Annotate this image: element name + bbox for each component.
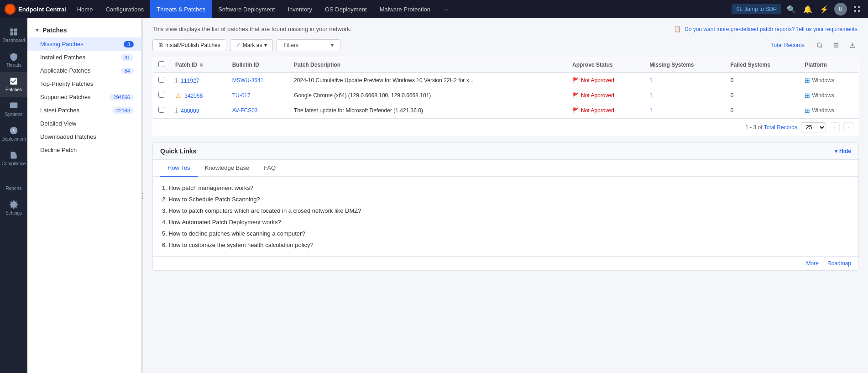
sidebar-item-patches[interactable]: Patches xyxy=(0,72,27,97)
patch-id-link[interactable]: 342058 xyxy=(184,93,203,99)
filters-button[interactable]: Filters ▾ xyxy=(277,39,340,51)
sidebar-item-threats[interactable]: Threats xyxy=(0,47,27,72)
sidebar-item-decline-patch[interactable]: Decline Patch xyxy=(27,143,141,157)
sidebar-item-compliance[interactable]: Compliance xyxy=(0,146,27,171)
missing-systems-header[interactable]: Missing Systems xyxy=(644,58,725,73)
row-checkbox[interactable] xyxy=(158,92,164,98)
table-search-icon[interactable] xyxy=(813,39,826,52)
how-to-item-3[interactable]: 3. How to patch computers which are loca… xyxy=(162,205,849,216)
bulletin-id-link[interactable]: MSWU-3641 xyxy=(232,77,264,84)
bulletin-id-header[interactable]: Bulletin ID xyxy=(227,58,288,73)
report-link-container: 📋 Do you want more pre-defined patch rep… xyxy=(674,26,859,32)
tab-how-tos[interactable]: How Tos xyxy=(160,160,198,177)
nav-threats-patches[interactable]: Threats & Patches xyxy=(150,0,212,18)
chevron-down-icon: ▾ xyxy=(835,148,837,154)
bulletin-id-link[interactable]: AV-FCS03 xyxy=(232,107,258,114)
sidebar-item-detailed-view[interactable]: Detailed View xyxy=(27,117,141,130)
install-publish-button[interactable]: ⊞ Install/Publish Patches xyxy=(152,39,226,51)
patch-id-link[interactable]: 400009 xyxy=(181,108,199,114)
app-name: Endpoint Central xyxy=(18,6,66,13)
how-to-item-6[interactable]: 6. How to customize the system health ca… xyxy=(162,239,849,251)
how-to-item-1[interactable]: 1. How patch management works? xyxy=(162,182,849,194)
sidebar-item-dashboard[interactable]: Dashboard xyxy=(0,23,27,47)
total-records-link[interactable]: Total Records xyxy=(771,42,805,48)
sidebar-item-latest-patches[interactable]: Latest Patches 22188 xyxy=(27,104,141,117)
svg-rect-2 xyxy=(858,6,860,8)
bulletin-id-link[interactable]: TU-017 xyxy=(232,92,251,99)
hide-quick-links-button[interactable]: ▾ how-tos Hide xyxy=(835,148,851,154)
more-link[interactable]: More xyxy=(806,260,819,267)
failed-systems-header[interactable]: Failed Systems xyxy=(725,58,799,73)
how-to-item-5[interactable]: 5. How to decline patches while scanning… xyxy=(162,228,849,239)
chevron-down-icon: ▼ xyxy=(35,27,40,33)
column-layout-icon[interactable] xyxy=(830,39,842,52)
nav-malware-protection[interactable]: Malware Protection xyxy=(373,0,437,18)
platform-header[interactable]: Platform xyxy=(799,58,858,73)
app-logo[interactable]: Endpoint Central xyxy=(5,4,66,15)
select-all-checkbox[interactable] xyxy=(158,61,164,67)
sidebar-item-applicable-patches[interactable]: Applicable Patches 84 xyxy=(27,64,141,77)
notifications-icon[interactable]: 🔔 xyxy=(801,3,814,16)
user-avatar[interactable]: U xyxy=(834,3,847,16)
not-approved-status: 🚩 Not Approved xyxy=(572,77,638,84)
nav-inventory[interactable]: Inventory xyxy=(281,0,318,18)
patch-description-header[interactable]: Patch Description xyxy=(288,58,567,73)
not-approved-status: 🚩 Not Approved xyxy=(572,107,638,114)
pagination-bar: 1 - 3 of Total Records 25 50 100 ‹ › xyxy=(152,118,859,136)
sidebar-item-missing-patches[interactable]: Missing Patches 3 xyxy=(27,37,141,51)
quick-links-tabs: How Tos Knowledge Base FAQ xyxy=(153,160,858,177)
report-link[interactable]: Do you want more pre-defined patch repor… xyxy=(685,26,859,32)
sidebar-item-top-priority-patches[interactable]: Top-Priority Patches xyxy=(27,77,141,90)
nav-more[interactable]: ··· xyxy=(437,0,455,18)
sidebar-item-installed-patches[interactable]: Installed Patches 81 xyxy=(27,51,141,64)
missing-systems-cell: 1 xyxy=(644,88,725,103)
row-checkbox[interactable] xyxy=(158,107,164,113)
sort-icon: ⇅ xyxy=(199,63,203,68)
missing-count-link[interactable]: 1 xyxy=(649,92,653,99)
table-row: ℹ 111927 MSWU-3641 2024-10 Cumulative Up… xyxy=(153,73,859,88)
sidebar-item-supported-patches[interactable]: Supported Patches 294866 xyxy=(27,90,141,104)
sidebar-item-deployment[interactable]: Deployment xyxy=(0,121,27,146)
missing-systems-cell: 1 xyxy=(644,73,725,88)
svg-rect-14 xyxy=(834,47,839,47)
patch-id-header[interactable]: Patch ID ⇅ xyxy=(170,58,227,73)
mark-as-button[interactable]: ✓ Mark as ▾ xyxy=(230,39,273,51)
next-page-button[interactable]: › xyxy=(843,122,853,132)
installed-patches-badge: 81 xyxy=(121,54,134,61)
nav-software-deployment[interactable]: Software Deployment xyxy=(212,0,281,18)
apps-grid-icon[interactable] xyxy=(851,3,863,16)
sidebar-item-reports[interactable]: Reports xyxy=(0,171,27,195)
main-layout: Dashboard Threats Patches Systems Deploy… xyxy=(0,18,868,373)
nav-right-section: SL Jump to SDP 🔍 🔔 ⚡ U xyxy=(732,3,863,16)
sidebar-resize-handle[interactable] xyxy=(141,18,143,373)
search-icon[interactable]: 🔍 xyxy=(785,3,798,16)
patch-id-link[interactable]: 111927 xyxy=(181,78,199,84)
sidebar-item-downloaded-patches[interactable]: Downloaded Patches xyxy=(27,130,141,143)
patch-id-cell: ℹ 111927 xyxy=(170,73,227,88)
missing-count-link[interactable]: 1 xyxy=(649,107,653,114)
content-area: This view displays the list of patches t… xyxy=(143,18,868,373)
sidebar-item-settings[interactable]: Settings xyxy=(0,195,27,220)
toolbar-right: Total Records | xyxy=(771,39,859,52)
row-checkbox[interactable] xyxy=(158,77,164,83)
how-to-item-2[interactable]: 2. How to Schedule Patch Scanning? xyxy=(162,194,849,205)
sidebar-item-systems[interactable]: Systems xyxy=(0,97,27,121)
tab-knowledge-base[interactable]: Knowledge Base xyxy=(198,160,257,177)
nav-os-deployment[interactable]: OS Deployment xyxy=(319,0,373,18)
total-records-pagination-link[interactable]: Total Records xyxy=(764,124,797,131)
per-page-select[interactable]: 25 50 100 xyxy=(801,122,826,132)
how-to-item-4[interactable]: 4. How Automated Patch Deployment works? xyxy=(162,216,849,228)
activity-icon[interactable]: ⚡ xyxy=(818,3,831,16)
prev-page-button[interactable]: ‹ xyxy=(830,122,840,132)
roadmap-link[interactable]: Roadmap xyxy=(827,260,851,267)
patches-header[interactable]: ▼ Patches xyxy=(27,23,141,37)
nav-home[interactable]: Home xyxy=(71,0,99,18)
flag-icon: 🚩 xyxy=(572,77,579,84)
nav-configurations[interactable]: Configurations xyxy=(99,0,150,18)
approve-status-header[interactable]: Approve Status xyxy=(567,58,644,73)
svg-rect-13 xyxy=(834,45,839,46)
download-icon[interactable] xyxy=(846,39,859,52)
missing-count-link[interactable]: 1 xyxy=(649,77,653,84)
jump-to-sdp-button[interactable]: SL Jump to SDP xyxy=(732,4,781,14)
tab-faq[interactable]: FAQ xyxy=(256,160,283,177)
